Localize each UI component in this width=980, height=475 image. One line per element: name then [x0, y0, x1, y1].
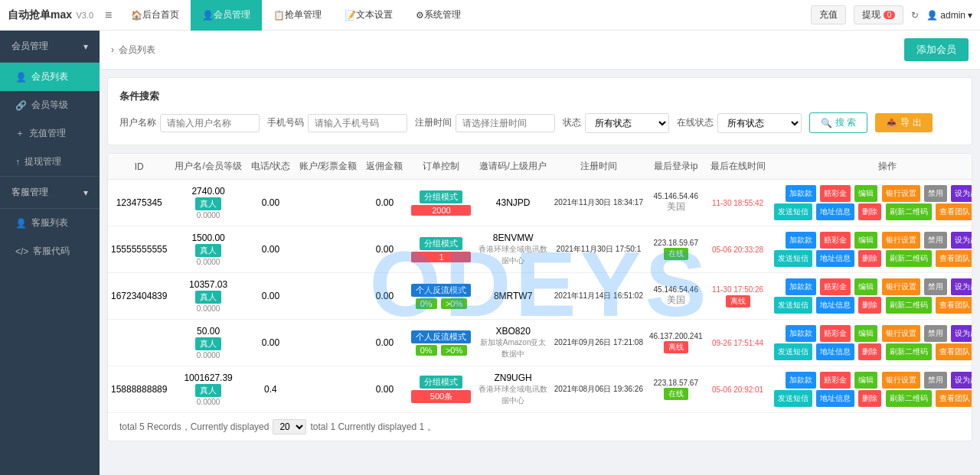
breadcrumb-sep: › [111, 44, 114, 55]
action-address-btn[interactable]: 地址信息 [816, 203, 854, 220]
action-qr-btn[interactable]: 刷新二维码 [886, 297, 932, 314]
action-send-sms-btn[interactable]: 发送短信 [774, 297, 812, 314]
withdraw-button[interactable]: 提现 0 [854, 5, 903, 24]
sidebar-item-service-list[interactable]: 👤 客服列表 [0, 209, 100, 237]
export-button[interactable]: 📤 导 出 [875, 113, 932, 132]
recharge-button[interactable]: 充值 [811, 5, 846, 24]
action-add-btn[interactable]: 加款款 [786, 185, 816, 202]
action-ban-btn[interactable]: 禁用 [924, 372, 947, 389]
action-bank-btn[interactable]: 银行设置 [882, 325, 920, 342]
action-delete-btn[interactable]: 删除 [858, 250, 881, 267]
action-rebate-btn[interactable]: 赔彩金 [820, 278, 851, 295]
col-rebate: 返佣金额 [361, 154, 407, 180]
search-button[interactable]: 🔍 搜 索 [809, 112, 867, 133]
status-select[interactable]: 所有状态 [585, 113, 669, 133]
action-bank-btn[interactable]: 银行设置 [882, 372, 920, 389]
sidebar-item-member-level[interactable]: 🔗 会员等级 [0, 91, 100, 119]
username-input[interactable] [160, 114, 260, 132]
action-ban-btn[interactable]: 禁用 [924, 185, 947, 202]
action-rebate-btn[interactable]: 赔彩金 [820, 325, 851, 342]
regtime-input[interactable] [456, 114, 555, 132]
table-wrapper: ODEYS ID 用户名/会员等级 电话/状态 账户/彩票金额 返佣金额 订单控… [108, 154, 972, 413]
action-edit-btn[interactable]: 编辑 [854, 278, 877, 295]
sidebar-group-members[interactable]: 会员管理 ▾ [0, 31, 100, 63]
cell-regtime: 2021年09月26日 17:21:08 [551, 320, 646, 366]
action-send-sms-btn[interactable]: 发送短信 [774, 203, 812, 220]
action-bank-btn[interactable]: 银行设置 [882, 185, 920, 202]
sidebar-item-service-code[interactable]: </> 客服代码 [0, 237, 100, 265]
action-edit-btn[interactable]: 编辑 [854, 325, 877, 342]
cell-balance [295, 226, 361, 273]
action-send-sms-btn[interactable]: 发送短信 [774, 343, 812, 360]
action-add-btn[interactable]: 加款款 [786, 372, 816, 389]
action-ban-btn[interactable]: 禁用 [924, 232, 947, 249]
cell-regtime: 2021年08月06日 19:36:26 [551, 366, 646, 413]
sidebar-item-withdraw[interactable]: ↑ 提现管理 [0, 148, 100, 176]
sidebar-item-member-list[interactable]: 👤 会员列表 [0, 63, 100, 91]
action-ban-btn[interactable]: 禁用 [924, 278, 947, 295]
cell-username: 1001627.39 真人 0.0000 [170, 366, 246, 413]
sidebar-group-service[interactable]: 客服管理 ▾ [0, 177, 100, 209]
refresh-icon[interactable]: ↻ [911, 10, 919, 21]
admin-avatar-icon: 👤 [926, 10, 938, 21]
cell-phone: 0.00 [247, 180, 295, 226]
action-add-btn[interactable]: 加款款 [786, 232, 816, 249]
action-delete-btn[interactable]: 删除 [858, 203, 881, 220]
action-delete-btn[interactable]: 删除 [858, 297, 881, 314]
action-qr-btn[interactable]: 刷新二维码 [886, 203, 932, 220]
cell-rebate: 0.00 [361, 180, 407, 226]
action-set-super-btn[interactable]: 设为超人 [951, 325, 972, 342]
action-edit-btn[interactable]: 编辑 [854, 185, 877, 202]
action-rebate-btn[interactable]: 赔彩金 [820, 232, 851, 249]
action-delete-btn[interactable]: 删除 [858, 390, 881, 407]
action-qr-btn[interactable]: 刷新二维码 [886, 390, 932, 407]
nav-text[interactable]: 📝 文本设置 [333, 0, 404, 31]
action-bank-btn[interactable]: 银行设置 [882, 232, 920, 249]
action-team-btn[interactable]: 查看团队 [936, 250, 972, 267]
online-label: 在线状态 [677, 116, 714, 129]
action-team-btn[interactable]: 查看团队 [936, 203, 972, 220]
member-level-icon: 🔗 [15, 100, 27, 111]
action-qr-btn[interactable]: 刷新二维码 [886, 343, 932, 360]
action-edit-btn[interactable]: 编辑 [854, 232, 877, 249]
action-set-super-btn[interactable]: 设为超人 [951, 372, 972, 389]
add-member-button[interactable]: 添加会员 [904, 38, 969, 61]
pagination-total-text: total 5 Records，Currently displayed [119, 421, 269, 434]
nav-system[interactable]: ⚙ 系统管理 [404, 0, 472, 31]
cell-actions: 加款款 赔彩金 编辑 银行设置 禁用 设为超人 发送短信 地址信息 删除 刷新二… [770, 320, 972, 366]
action-add-btn[interactable]: 加款款 [786, 325, 816, 342]
action-address-btn[interactable]: 地址信息 [816, 250, 854, 267]
sidebar-item-recharge[interactable]: ＋ 充值管理 [0, 119, 100, 148]
action-rebate-btn[interactable]: 赔彩金 [820, 185, 851, 202]
action-ban-btn[interactable]: 禁用 [924, 325, 947, 342]
admin-menu[interactable]: 👤 admin ▾ [926, 10, 972, 21]
action-team-btn[interactable]: 查看团队 [936, 390, 972, 407]
action-bank-btn[interactable]: 银行设置 [882, 278, 920, 295]
phone-input[interactable] [308, 114, 407, 132]
action-rebate-btn[interactable]: 赔彩金 [820, 372, 851, 389]
action-address-btn[interactable]: 地址信息 [816, 390, 854, 407]
col-order: 订单控制 [407, 154, 475, 180]
action-team-btn[interactable]: 查看团队 [936, 343, 972, 360]
action-qr-btn[interactable]: 刷新二维码 [886, 250, 932, 267]
action-address-btn[interactable]: 地址信息 [816, 297, 854, 314]
action-send-sms-btn[interactable]: 发送短信 [774, 250, 812, 267]
nav-orders[interactable]: 📋 抢单管理 [262, 0, 333, 31]
action-send-sms-btn[interactable]: 发送短信 [774, 390, 812, 407]
action-delete-btn[interactable]: 删除 [858, 343, 881, 360]
action-set-super-btn[interactable]: 设为超人 [951, 232, 972, 249]
action-edit-btn[interactable]: 编辑 [854, 372, 877, 389]
cell-username: 50.00 真人 0.0000 [170, 320, 246, 366]
app-logo: 自动抢单max V3.0 [8, 8, 93, 22]
action-team-btn[interactable]: 查看团队 [936, 297, 972, 314]
action-set-super-btn[interactable]: 设为超人 [951, 185, 972, 202]
action-address-btn[interactable]: 地址信息 [816, 343, 854, 360]
online-select[interactable]: 所有状态 [717, 113, 802, 133]
nav-members[interactable]: 👤 会员管理 [191, 0, 262, 31]
action-add-btn[interactable]: 加款款 [786, 278, 816, 295]
nav-toggle-icon[interactable]: ≡ [105, 8, 112, 22]
nav-home[interactable]: 🏠 后台首页 [119, 0, 191, 31]
cell-username: 2740.00 真人 0.0000 [170, 180, 246, 226]
page-size-select[interactable]: 20 [273, 419, 306, 434]
action-set-super-btn[interactable]: 设为超人 [951, 278, 972, 295]
